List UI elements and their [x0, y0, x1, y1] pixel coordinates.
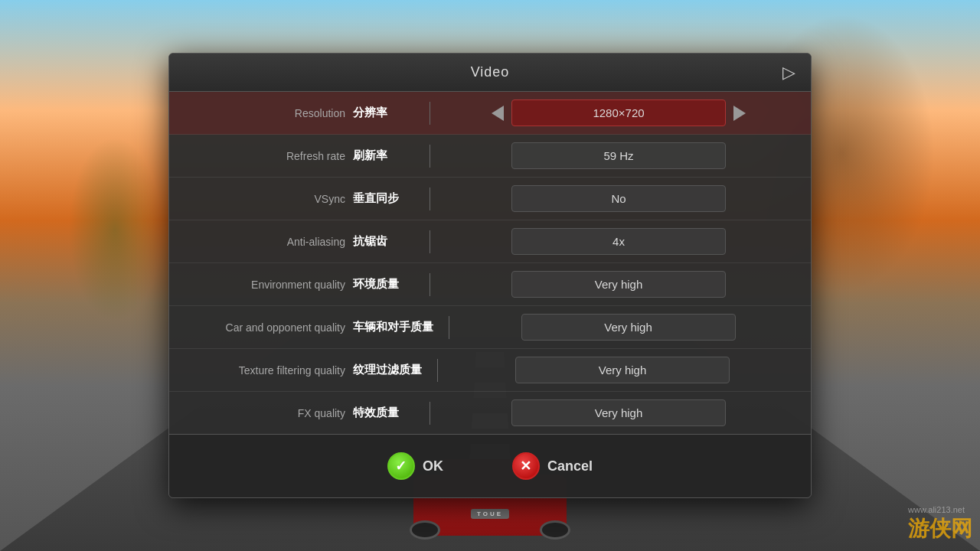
anti-aliasing-value: 4x — [511, 228, 726, 255]
watermark-brand: 游侠网 — [908, 514, 972, 543]
resolution-label-zh: 分辨率 — [353, 106, 430, 120]
texture-filtering-label-en: Texture filtering quality — [185, 364, 353, 377]
refresh-rate-control: 59 Hz — [442, 142, 795, 169]
car-opponent-quality-control: Very high — [461, 314, 795, 341]
ok-icon: ✓ — [387, 452, 415, 480]
environment-quality-control: Very high — [442, 271, 795, 298]
dialog-title: Video — [471, 64, 510, 80]
ok-label: OK — [423, 458, 443, 474]
divider — [437, 359, 438, 382]
car-opponent-quality-label-zh: 车辆和对手质量 — [353, 320, 449, 334]
anti-aliasing-label-zh: 抗锯齿 — [353, 234, 430, 249]
fx-quality-label-en: FX quality — [185, 407, 353, 419]
cancel-label: Cancel — [547, 458, 593, 474]
environment-quality-value: Very high — [511, 271, 726, 298]
resolution-control: 980×551 — [442, 99, 795, 126]
anti-aliasing-row: Anti-aliasing 抗锯齿 4x — [169, 220, 811, 263]
resolution-prev-button[interactable] — [484, 102, 511, 125]
fx-quality-value: Very high — [511, 399, 726, 426]
car-opponent-quality-value: Very high — [521, 314, 736, 341]
anti-aliasing-label-en: Anti-aliasing — [185, 236, 353, 248]
dialog-header: Video ▷ — [169, 54, 811, 92]
dialog-body: Resolution 分辨率 980×551 Refresh rate 刷新率 — [169, 92, 811, 434]
texture-filtering-label-zh: 纹理过滤质量 — [353, 363, 437, 377]
vsync-value: No — [511, 185, 726, 212]
texture-filtering-value: Very high — [515, 357, 730, 383]
texture-filtering-row: Texture filtering quality 纹理过滤质量 Very hi… — [169, 349, 811, 392]
environment-quality-label-zh: 环境质量 — [353, 277, 430, 292]
divider — [430, 145, 430, 168]
video-settings-dialog: Video ▷ Resolution 分辨率 980×551 — [168, 53, 812, 498]
cancel-icon: ✕ — [512, 452, 540, 480]
car-opponent-quality-row: Car and opponent quality 车辆和对手质量 Very hi… — [169, 306, 811, 349]
ok-button[interactable]: ✓ OK — [376, 448, 455, 484]
dialog-footer: ✓ OK ✕ Cancel — [169, 434, 811, 497]
fx-quality-label-zh: 特效质量 — [353, 406, 430, 420]
vsync-control: No — [442, 185, 795, 212]
environment-quality-row: Environment quality 环境质量 Very high — [169, 263, 811, 306]
watermark-url: www.ali213.net — [908, 505, 972, 514]
divider — [430, 402, 430, 425]
right-arrow-icon — [733, 106, 746, 121]
refresh-rate-label-zh: 刷新率 — [353, 148, 430, 163]
divider — [449, 316, 449, 339]
divider — [430, 102, 430, 125]
car-opponent-quality-label-en: Car and opponent quality — [185, 321, 353, 334]
resolution-next-button[interactable] — [726, 102, 753, 125]
refresh-rate-row: Refresh rate 刷新率 59 Hz — [169, 135, 811, 178]
texture-filtering-control: Very high — [449, 357, 795, 383]
cursor-icon: ▷ — [782, 63, 795, 83]
vsync-label-zh: 垂直同步 — [353, 191, 430, 206]
dialog-overlay: Video ▷ Resolution 分辨率 980×551 — [0, 0, 980, 551]
fx-quality-row: FX quality 特效质量 Very high — [169, 392, 811, 434]
cancel-button[interactable]: ✕ Cancel — [501, 448, 604, 484]
vsync-label-en: VSync — [185, 193, 353, 205]
resolution-label-en: Resolution — [185, 107, 353, 119]
divider — [430, 230, 430, 253]
refresh-rate-label-en: Refresh rate — [185, 150, 353, 162]
divider — [430, 273, 430, 296]
anti-aliasing-control: 4x — [442, 228, 795, 255]
vsync-row: VSync 垂直同步 No — [169, 178, 811, 220]
watermark: www.ali213.net 游侠网 — [908, 505, 972, 543]
divider — [430, 187, 430, 210]
resolution-value: 980×551 — [511, 99, 726, 126]
fx-quality-control: Very high — [442, 399, 795, 426]
refresh-rate-value: 59 Hz — [511, 142, 726, 169]
environment-quality-label-en: Environment quality — [185, 279, 353, 291]
resolution-row: Resolution 分辨率 980×551 — [169, 92, 811, 135]
left-arrow-icon — [492, 106, 504, 121]
